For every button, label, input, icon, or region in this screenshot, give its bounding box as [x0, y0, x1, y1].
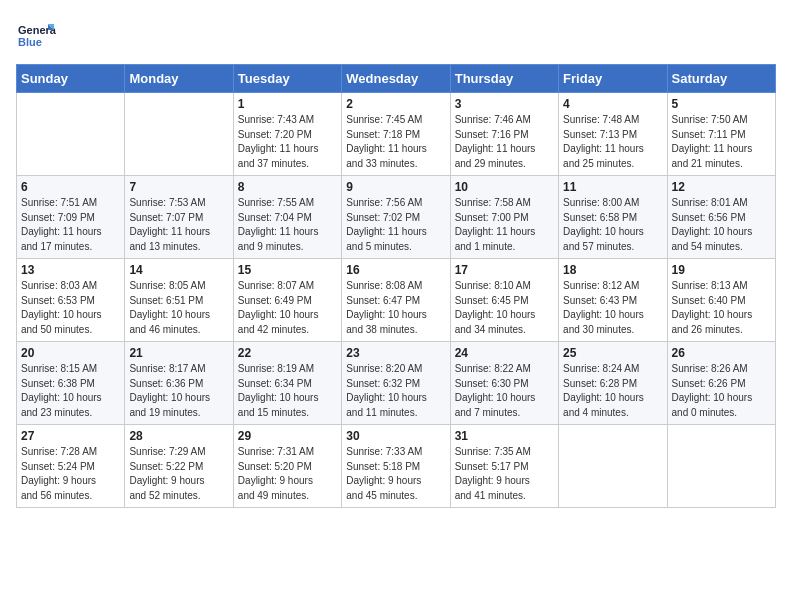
day-info: Sunrise: 8:17 AM Sunset: 6:36 PM Dayligh…: [129, 362, 228, 420]
calendar-cell: 5Sunrise: 7:50 AM Sunset: 7:11 PM Daylig…: [667, 93, 775, 176]
calendar-cell: 17Sunrise: 8:10 AM Sunset: 6:45 PM Dayli…: [450, 259, 558, 342]
day-info: Sunrise: 8:13 AM Sunset: 6:40 PM Dayligh…: [672, 279, 771, 337]
day-info: Sunrise: 8:15 AM Sunset: 6:38 PM Dayligh…: [21, 362, 120, 420]
calendar-cell: 2Sunrise: 7:45 AM Sunset: 7:18 PM Daylig…: [342, 93, 450, 176]
day-number: 11: [563, 180, 662, 194]
day-info: Sunrise: 7:29 AM Sunset: 5:22 PM Dayligh…: [129, 445, 228, 503]
day-info: Sunrise: 7:48 AM Sunset: 7:13 PM Dayligh…: [563, 113, 662, 171]
calendar-week-row: 6Sunrise: 7:51 AM Sunset: 7:09 PM Daylig…: [17, 176, 776, 259]
day-number: 7: [129, 180, 228, 194]
calendar-cell: [667, 425, 775, 508]
calendar-cell: [559, 425, 667, 508]
day-number: 31: [455, 429, 554, 443]
calendar-table: SundayMondayTuesdayWednesdayThursdayFrid…: [16, 64, 776, 508]
calendar-cell: 30Sunrise: 7:33 AM Sunset: 5:18 PM Dayli…: [342, 425, 450, 508]
calendar-cell: 3Sunrise: 7:46 AM Sunset: 7:16 PM Daylig…: [450, 93, 558, 176]
day-info: Sunrise: 7:53 AM Sunset: 7:07 PM Dayligh…: [129, 196, 228, 254]
calendar-cell: 23Sunrise: 8:20 AM Sunset: 6:32 PM Dayli…: [342, 342, 450, 425]
calendar-week-row: 13Sunrise: 8:03 AM Sunset: 6:53 PM Dayli…: [17, 259, 776, 342]
weekday-header: Saturday: [667, 65, 775, 93]
calendar-week-row: 1Sunrise: 7:43 AM Sunset: 7:20 PM Daylig…: [17, 93, 776, 176]
calendar-cell: 6Sunrise: 7:51 AM Sunset: 7:09 PM Daylig…: [17, 176, 125, 259]
calendar-cell: 28Sunrise: 7:29 AM Sunset: 5:22 PM Dayli…: [125, 425, 233, 508]
calendar-header: SundayMondayTuesdayWednesdayThursdayFrid…: [17, 65, 776, 93]
day-number: 1: [238, 97, 337, 111]
day-number: 12: [672, 180, 771, 194]
day-number: 27: [21, 429, 120, 443]
day-info: Sunrise: 8:24 AM Sunset: 6:28 PM Dayligh…: [563, 362, 662, 420]
day-info: Sunrise: 7:45 AM Sunset: 7:18 PM Dayligh…: [346, 113, 445, 171]
day-info: Sunrise: 8:05 AM Sunset: 6:51 PM Dayligh…: [129, 279, 228, 337]
weekday-header: Monday: [125, 65, 233, 93]
day-info: Sunrise: 7:58 AM Sunset: 7:00 PM Dayligh…: [455, 196, 554, 254]
calendar-cell: 27Sunrise: 7:28 AM Sunset: 5:24 PM Dayli…: [17, 425, 125, 508]
day-number: 20: [21, 346, 120, 360]
calendar-cell: [17, 93, 125, 176]
day-number: 29: [238, 429, 337, 443]
day-number: 15: [238, 263, 337, 277]
calendar-cell: 19Sunrise: 8:13 AM Sunset: 6:40 PM Dayli…: [667, 259, 775, 342]
calendar-cell: 18Sunrise: 8:12 AM Sunset: 6:43 PM Dayli…: [559, 259, 667, 342]
calendar-cell: 13Sunrise: 8:03 AM Sunset: 6:53 PM Dayli…: [17, 259, 125, 342]
day-number: 9: [346, 180, 445, 194]
day-info: Sunrise: 7:51 AM Sunset: 7:09 PM Dayligh…: [21, 196, 120, 254]
calendar-cell: 1Sunrise: 7:43 AM Sunset: 7:20 PM Daylig…: [233, 93, 341, 176]
day-info: Sunrise: 7:35 AM Sunset: 5:17 PM Dayligh…: [455, 445, 554, 503]
calendar-cell: 29Sunrise: 7:31 AM Sunset: 5:20 PM Dayli…: [233, 425, 341, 508]
day-number: 30: [346, 429, 445, 443]
calendar-cell: 4Sunrise: 7:48 AM Sunset: 7:13 PM Daylig…: [559, 93, 667, 176]
calendar-cell: 24Sunrise: 8:22 AM Sunset: 6:30 PM Dayli…: [450, 342, 558, 425]
day-number: 17: [455, 263, 554, 277]
day-number: 25: [563, 346, 662, 360]
calendar-body: 1Sunrise: 7:43 AM Sunset: 7:20 PM Daylig…: [17, 93, 776, 508]
day-number: 13: [21, 263, 120, 277]
day-info: Sunrise: 8:01 AM Sunset: 6:56 PM Dayligh…: [672, 196, 771, 254]
day-info: Sunrise: 8:07 AM Sunset: 6:49 PM Dayligh…: [238, 279, 337, 337]
day-number: 21: [129, 346, 228, 360]
calendar-cell: 25Sunrise: 8:24 AM Sunset: 6:28 PM Dayli…: [559, 342, 667, 425]
calendar-cell: [125, 93, 233, 176]
day-number: 2: [346, 97, 445, 111]
day-info: Sunrise: 8:08 AM Sunset: 6:47 PM Dayligh…: [346, 279, 445, 337]
logo: General Blue: [16, 16, 56, 56]
calendar-cell: 15Sunrise: 8:07 AM Sunset: 6:49 PM Dayli…: [233, 259, 341, 342]
day-number: 3: [455, 97, 554, 111]
day-info: Sunrise: 7:46 AM Sunset: 7:16 PM Dayligh…: [455, 113, 554, 171]
calendar-cell: 16Sunrise: 8:08 AM Sunset: 6:47 PM Dayli…: [342, 259, 450, 342]
day-info: Sunrise: 7:56 AM Sunset: 7:02 PM Dayligh…: [346, 196, 445, 254]
day-info: Sunrise: 7:31 AM Sunset: 5:20 PM Dayligh…: [238, 445, 337, 503]
weekday-header: Sunday: [17, 65, 125, 93]
calendar-cell: 7Sunrise: 7:53 AM Sunset: 7:07 PM Daylig…: [125, 176, 233, 259]
calendar-week-row: 27Sunrise: 7:28 AM Sunset: 5:24 PM Dayli…: [17, 425, 776, 508]
weekday-header: Friday: [559, 65, 667, 93]
day-info: Sunrise: 8:26 AM Sunset: 6:26 PM Dayligh…: [672, 362, 771, 420]
day-number: 24: [455, 346, 554, 360]
day-number: 4: [563, 97, 662, 111]
weekday-header: Wednesday: [342, 65, 450, 93]
day-info: Sunrise: 8:10 AM Sunset: 6:45 PM Dayligh…: [455, 279, 554, 337]
header-row: SundayMondayTuesdayWednesdayThursdayFrid…: [17, 65, 776, 93]
day-number: 10: [455, 180, 554, 194]
day-info: Sunrise: 7:43 AM Sunset: 7:20 PM Dayligh…: [238, 113, 337, 171]
svg-text:Blue: Blue: [18, 36, 42, 48]
calendar-cell: 14Sunrise: 8:05 AM Sunset: 6:51 PM Dayli…: [125, 259, 233, 342]
day-info: Sunrise: 8:03 AM Sunset: 6:53 PM Dayligh…: [21, 279, 120, 337]
day-number: 8: [238, 180, 337, 194]
logo-icon: General Blue: [16, 16, 56, 56]
day-number: 19: [672, 263, 771, 277]
calendar-cell: 20Sunrise: 8:15 AM Sunset: 6:38 PM Dayli…: [17, 342, 125, 425]
weekday-header: Tuesday: [233, 65, 341, 93]
day-info: Sunrise: 7:33 AM Sunset: 5:18 PM Dayligh…: [346, 445, 445, 503]
calendar-cell: 26Sunrise: 8:26 AM Sunset: 6:26 PM Dayli…: [667, 342, 775, 425]
calendar-cell: 10Sunrise: 7:58 AM Sunset: 7:00 PM Dayli…: [450, 176, 558, 259]
day-number: 23: [346, 346, 445, 360]
calendar-cell: 21Sunrise: 8:17 AM Sunset: 6:36 PM Dayli…: [125, 342, 233, 425]
day-number: 16: [346, 263, 445, 277]
day-number: 18: [563, 263, 662, 277]
weekday-header: Thursday: [450, 65, 558, 93]
calendar-cell: 9Sunrise: 7:56 AM Sunset: 7:02 PM Daylig…: [342, 176, 450, 259]
calendar-week-row: 20Sunrise: 8:15 AM Sunset: 6:38 PM Dayli…: [17, 342, 776, 425]
calendar-cell: 22Sunrise: 8:19 AM Sunset: 6:34 PM Dayli…: [233, 342, 341, 425]
calendar-cell: 12Sunrise: 8:01 AM Sunset: 6:56 PM Dayli…: [667, 176, 775, 259]
day-info: Sunrise: 8:00 AM Sunset: 6:58 PM Dayligh…: [563, 196, 662, 254]
